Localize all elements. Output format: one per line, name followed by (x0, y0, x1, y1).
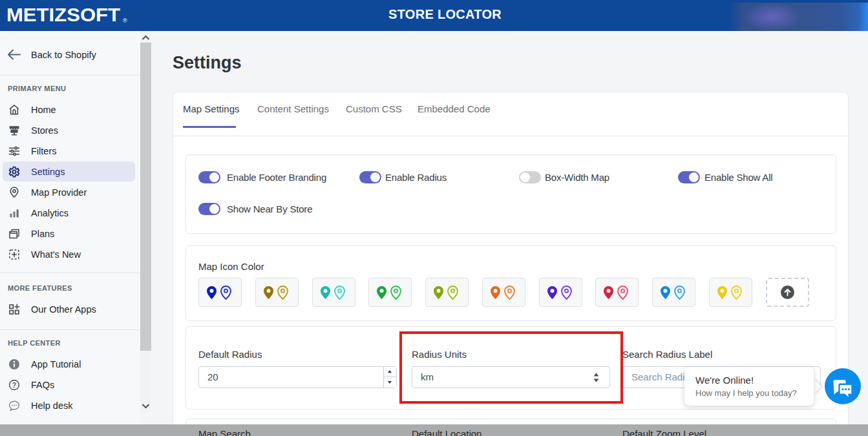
svg-text:®: ® (123, 17, 127, 24)
svg-text:METIZSOFT: METIZSOFT (6, 7, 120, 25)
svg-text:?: ? (12, 381, 16, 389)
